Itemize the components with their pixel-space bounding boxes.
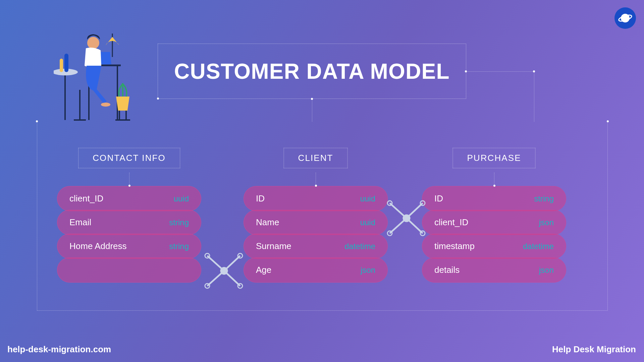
- connector-dot: [607, 120, 609, 122]
- connector-line: [466, 71, 535, 72]
- connector-line: [534, 71, 534, 122]
- field-row: Home Address string: [57, 234, 201, 259]
- field-row: Age json: [244, 257, 388, 283]
- connector-dot: [533, 70, 535, 72]
- entity-fields: ID string client_ID json timestamp datet…: [422, 186, 566, 283]
- field-row: client_ID json: [422, 210, 566, 235]
- field-name: Surname: [256, 241, 291, 251]
- svg-point-30: [403, 215, 410, 222]
- field-type: json: [539, 218, 554, 227]
- planet-icon: [618, 11, 633, 25]
- field-name: Email: [69, 217, 91, 228]
- field-name: client_ID: [434, 217, 468, 228]
- entity-fields: client_ID uuid Email string Home Address…: [57, 186, 201, 283]
- brand-logo: [614, 7, 636, 29]
- svg-point-11: [101, 103, 110, 107]
- field-type: string: [169, 242, 189, 251]
- field-row: Surname datetime: [244, 234, 388, 259]
- field-type: string: [169, 218, 189, 227]
- field-name: Name: [256, 217, 279, 228]
- entity-label: PURCHASE: [452, 148, 535, 168]
- relation-hub-icon: [201, 246, 248, 296]
- connector-line: [312, 99, 312, 122]
- field-type: uuid: [174, 194, 189, 203]
- field-type: datetime: [344, 242, 375, 251]
- svg-point-21: [221, 267, 227, 274]
- connector-dot: [493, 185, 495, 187]
- field-name: Age: [256, 265, 271, 275]
- entity-fields: ID uuid Name uuid Surname datetime Age j…: [244, 186, 388, 283]
- illustration-person-laptop: [54, 34, 154, 124]
- diagram-title-box: CUSTOMER DATA MODEL: [158, 44, 466, 99]
- connector-dot: [315, 185, 317, 187]
- svg-rect-5: [60, 59, 63, 72]
- field-row: Name uuid: [244, 210, 388, 235]
- connector-dot: [128, 185, 130, 187]
- field-name: timestamp: [434, 241, 475, 251]
- entity-purchase: PURCHASE ID string client_ID json timest…: [422, 153, 566, 283]
- field-name: client_ID: [69, 193, 103, 204]
- field-name: ID: [434, 193, 443, 204]
- entity-label: CLIENT: [284, 148, 348, 168]
- entity-contact-info: CONTACT INFO client_ID uuid Email string…: [57, 153, 201, 283]
- field-row: Email string: [57, 210, 201, 235]
- field-type: datetime: [523, 242, 554, 251]
- field-row: [57, 257, 201, 283]
- field-type: json: [539, 265, 554, 275]
- svg-rect-6: [64, 54, 68, 72]
- entity-client: CLIENT ID uuid Name uuid Surname datetim…: [244, 153, 388, 283]
- field-row: client_ID uuid: [57, 186, 201, 211]
- connector-dot: [36, 120, 38, 122]
- field-row: ID string: [422, 186, 566, 211]
- field-type: uuid: [360, 218, 375, 227]
- relation-hub-icon: [383, 193, 430, 243]
- field-row: details json: [422, 257, 566, 283]
- connector-line: [316, 173, 388, 186]
- entity-label: CONTACT INFO: [78, 148, 180, 168]
- footer-url: help-desk-migration.com: [7, 344, 111, 355]
- field-type: string: [534, 194, 554, 203]
- connector-dot: [311, 98, 313, 100]
- svg-point-10: [87, 37, 99, 49]
- field-name: details: [434, 265, 460, 275]
- footer-brand: Help Desk Migration: [552, 344, 636, 355]
- field-row: timestamp datetime: [422, 234, 566, 259]
- field-type: json: [361, 265, 375, 275]
- field-name: ID: [256, 193, 265, 204]
- connector-line: [494, 173, 566, 186]
- diagram-title: CUSTOMER DATA MODEL: [174, 59, 450, 84]
- field-type: uuid: [360, 194, 375, 203]
- field-name: Home Address: [69, 241, 127, 251]
- field-row: ID uuid: [244, 186, 388, 211]
- connector-line: [129, 173, 201, 186]
